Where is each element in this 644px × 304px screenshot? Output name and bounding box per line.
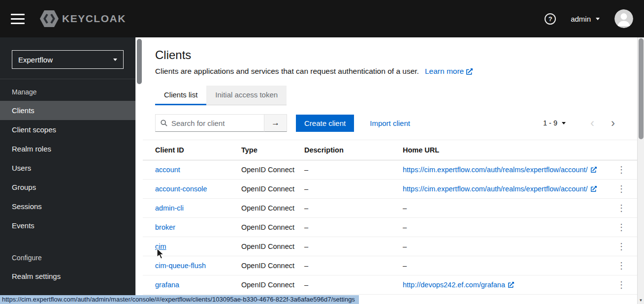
client-id-link[interactable]: grafana bbox=[155, 281, 179, 289]
chevron-left-icon: ‹ bbox=[590, 116, 594, 129]
search-submit-button[interactable]: → bbox=[264, 114, 287, 132]
nav-section-manage: Manage bbox=[0, 79, 135, 101]
client-description: – bbox=[304, 276, 403, 294]
tab-clients-list[interactable]: Clients list bbox=[155, 86, 206, 105]
sidebar-item-groups[interactable]: Groups bbox=[0, 178, 135, 197]
client-id-link[interactable]: account-console bbox=[155, 185, 207, 193]
scrollbar-thumb[interactable] bbox=[639, 38, 644, 139]
kebab-menu-button[interactable]: ⋮ bbox=[614, 280, 629, 289]
keycloak-admin-console: KEYCLOAK ? admin Expertflow bbox=[0, 0, 644, 304]
scrollbar-thumb[interactable] bbox=[137, 39, 142, 84]
client-type: OpenID Connect bbox=[241, 180, 304, 198]
client-id-link[interactable]: cim-queue-flush bbox=[155, 262, 206, 270]
sidebar-item-client-scopes[interactable]: Client scopes bbox=[0, 120, 135, 139]
kebab-menu-button[interactable]: ⋮ bbox=[614, 165, 629, 174]
client-description: – bbox=[304, 238, 403, 255]
home-url-link[interactable]: https://cim.expertflow.com/auth/realms/e… bbox=[403, 185, 588, 193]
user-menu[interactable]: admin bbox=[571, 15, 600, 23]
user-avatar-icon bbox=[614, 9, 633, 28]
sidebar-item-clients[interactable]: Clients bbox=[0, 101, 135, 120]
pagination-prev-button[interactable]: ‹ bbox=[588, 119, 596, 127]
chevron-down-icon bbox=[596, 18, 600, 20]
client-id-link[interactable]: admin-cli bbox=[155, 204, 184, 212]
chevron-down-icon bbox=[562, 122, 566, 124]
header-actions: ? admin bbox=[545, 9, 633, 28]
page-title: Clients bbox=[155, 48, 625, 62]
column-header-description: Description bbox=[304, 140, 403, 160]
table-row: admin-cli OpenID Connect – – ⋮ bbox=[143, 199, 637, 218]
table-row: cim-queue-flush OpenID Connect – – ⋮ bbox=[143, 256, 637, 275]
user-name: admin bbox=[571, 15, 591, 23]
help-glyph: ? bbox=[548, 15, 552, 23]
keycloak-logo: KEYCLOAK bbox=[39, 10, 126, 28]
table-row: grafana OpenID Connect – http://devops24… bbox=[143, 275, 637, 295]
home-url-empty: – bbox=[403, 243, 407, 250]
client-id-link[interactable]: account bbox=[155, 166, 180, 174]
table-row: broker OpenID Connect – – ⋮ bbox=[143, 218, 637, 237]
sidebar-item-sessions[interactable]: Sessions bbox=[0, 197, 135, 216]
import-client-link[interactable]: Import client bbox=[370, 119, 410, 127]
avatar[interactable] bbox=[614, 9, 633, 28]
external-link-icon bbox=[508, 282, 514, 288]
sidebar-item-realm-roles[interactable]: Realm roles bbox=[0, 139, 135, 158]
kebab-menu-button[interactable]: ⋮ bbox=[614, 223, 629, 232]
sidebar-item-users[interactable]: Users bbox=[0, 158, 135, 178]
client-type: OpenID Connect bbox=[241, 161, 304, 179]
sidebar-scrollbar[interactable] bbox=[135, 37, 143, 304]
page-scrollbar[interactable]: ▼ bbox=[637, 37, 644, 304]
client-id-link[interactable]: cim bbox=[155, 243, 166, 250]
learn-more-link[interactable]: Learn more bbox=[425, 67, 473, 76]
tab-initial-access-token[interactable]: Initial access token bbox=[206, 86, 287, 105]
create-client-button[interactable]: Create client bbox=[296, 115, 354, 132]
pagination-dropdown[interactable]: 1 - 9 bbox=[543, 119, 566, 127]
nav-section-configure: Configure bbox=[0, 245, 135, 267]
client-type: OpenID Connect bbox=[241, 218, 304, 236]
home-url-empty: – bbox=[403, 204, 407, 212]
client-description: – bbox=[304, 161, 403, 179]
learn-more-label: Learn more bbox=[425, 67, 464, 76]
sidebar-item-realm-settings[interactable]: Realm settings bbox=[0, 267, 135, 286]
clients-table: Client ID Type Description Home URL acco… bbox=[143, 140, 637, 295]
column-header-type: Type bbox=[241, 140, 304, 160]
external-link-icon bbox=[466, 68, 473, 75]
nav-toggle-button[interactable] bbox=[11, 14, 25, 24]
client-description: – bbox=[304, 218, 403, 236]
sidebar-item-events[interactable]: Events bbox=[0, 216, 135, 235]
chevron-down-icon bbox=[113, 59, 117, 61]
page-header: Clients Clients are applications and ser… bbox=[143, 37, 637, 76]
home-url-link[interactable]: https://cim.expertflow.com/auth/realms/e… bbox=[403, 166, 588, 174]
scrollbar-down-arrow[interactable]: ▼ bbox=[638, 298, 644, 303]
brand-name: KEYCLOAK bbox=[62, 13, 126, 25]
help-icon[interactable]: ? bbox=[545, 13, 556, 25]
pagination-next-button[interactable]: › bbox=[609, 119, 617, 127]
kebab-menu-button[interactable]: ⋮ bbox=[614, 184, 629, 193]
kebab-menu-button[interactable]: ⋮ bbox=[614, 242, 629, 251]
table-header-row: Client ID Type Description Home URL bbox=[143, 140, 637, 160]
column-header-client-id: Client ID bbox=[143, 140, 241, 160]
search-input[interactable] bbox=[171, 119, 259, 127]
arrow-right-icon: → bbox=[271, 118, 280, 128]
client-id-link[interactable]: broker bbox=[155, 223, 175, 231]
kebab-menu-button[interactable]: ⋮ bbox=[614, 261, 629, 270]
realm-name: Expertflow bbox=[18, 56, 53, 64]
page-subtitle: Clients are applications and services th… bbox=[155, 67, 419, 76]
status-bar-link-preview: https://cim.expertflow.com/auth/admin/ma… bbox=[0, 295, 359, 304]
table-row: account-console OpenID Connect – https:/… bbox=[143, 180, 637, 199]
tab-bar: Clients list Initial access token bbox=[143, 86, 637, 105]
client-type: OpenID Connect bbox=[241, 257, 304, 274]
home-url-link[interactable]: http://devops242.ef.com/grafana bbox=[403, 281, 505, 289]
pagination: 1 - 9 ‹ › bbox=[543, 119, 617, 127]
sidebar: Expertflow Manage Clients Client scopes … bbox=[0, 37, 135, 304]
client-description: – bbox=[304, 199, 403, 217]
client-description: – bbox=[304, 257, 403, 274]
search-box bbox=[155, 114, 264, 132]
external-link-icon bbox=[591, 186, 597, 192]
kebab-menu-button[interactable]: ⋮ bbox=[614, 204, 629, 213]
pagination-range: 1 - 9 bbox=[543, 119, 557, 127]
table-row: account OpenID Connect – https://cim.exp… bbox=[143, 160, 637, 180]
client-type: OpenID Connect bbox=[241, 238, 304, 255]
toolbar: → Create client Import client 1 - 9 ‹ › bbox=[143, 114, 637, 140]
main-content: Clients Clients are applications and ser… bbox=[143, 37, 637, 304]
realm-selector[interactable]: Expertflow bbox=[12, 50, 124, 69]
chevron-right-icon: › bbox=[611, 116, 615, 129]
